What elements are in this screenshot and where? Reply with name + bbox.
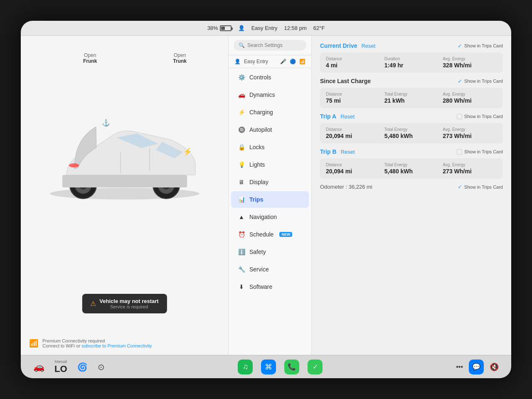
search-icon: 🔍 [239,42,245,48]
trip-b-show-trips: Show in Trips Card [457,149,503,155]
temp-control[interactable]: Manual LO [54,360,67,374]
display-icon: 🖥 [238,179,245,185]
signal-icon: 📶 [299,59,305,64]
locks-label: Locks [249,144,265,150]
menu-item-navigation[interactable]: ▲ Navigation [231,209,309,225]
status-temperature: 62°F [313,25,325,31]
bluetooth-icon: 🔵 [290,59,296,64]
middle-panel: 🔍 👤 Easy Entry 🎤 🔵 📶 ⚙️ Controls � [229,36,312,355]
svg-rect-7 [62,175,187,187]
status-time: 12:58 pm [284,25,307,31]
current-drive-reset[interactable]: Reset [361,43,375,49]
since-last-charge-show-trips: ✓ Show in Trips Card [458,78,503,84]
odometer-text: Odometer : 36,226 mi [320,184,372,190]
left-panel: Open Frunk Open Trunk [21,36,229,355]
warning-icon: ⚠ [90,300,96,308]
slc-avg-energy: Avg. Energy 280 Wh/mi [443,92,497,104]
current-drive-header: Current Drive Reset ✓ Show in Trips Card [320,42,503,49]
status-profile: Easy Entry [251,25,278,31]
menu-item-safety[interactable]: ℹ️ Safety [231,244,309,260]
slc-total-energy: Total Energy 21 kWh [384,92,439,104]
search-area: 🔍 [229,36,311,55]
odometer-row: Odometer : 36,226 mi ✓ Show in Trips Car… [320,184,503,190]
battery-indicator: 38% [207,25,232,31]
fan-icon[interactable]: 🌀 [77,362,88,372]
menu-item-trips[interactable]: 📊 Trips [231,191,309,208]
menu-item-autopilot[interactable]: 🔘 Autopilot [231,121,309,138]
menu-item-dynamics[interactable]: 🚗 Dynamics [231,86,309,103]
display-label: Display [249,179,268,185]
status-bar: 38% 👤 Easy Entry 12:58 pm 62°F [21,21,511,36]
profile-icon-menu: 👤 [234,59,241,64]
trip-b-card: Distance 20,094 mi Total Energy 5,480 kW… [320,158,503,179]
menu-item-service[interactable]: 🔧 Service [231,261,309,278]
odometer-show-trips: ✓ Show in Trips Card [458,184,503,190]
trip-a-header: Trip A Reset Show in Trips Card [320,113,503,120]
charging-icon: ⚡ [238,109,245,116]
taskbar-left: 🚗 Manual LO 🌀 ⊙ [33,360,105,374]
dynamics-icon: 🚗 [238,91,245,98]
search-input[interactable] [247,42,301,48]
menu-item-controls[interactable]: ⚙️ Controls [231,69,309,86]
software-label: Software [249,283,272,290]
autopilot-label: Autopilot [249,126,272,133]
warning-banner: ⚠ Vehicle may not restart Service is req… [82,294,167,313]
search-wrapper[interactable]: 🔍 [234,40,306,51]
more-button[interactable]: ••• [456,363,463,371]
current-drive-duration: Duration 1:49 hr [384,57,439,69]
car-icon-taskbar[interactable]: 🚗 [33,362,44,372]
software-icon: ⬇ [238,283,245,290]
connectivity-text: Premium Connectivity required [42,338,152,343]
frunk-button[interactable]: Open Frunk [83,52,97,64]
schedule-icon: ⏰ [238,231,245,238]
controls-label: Controls [249,74,271,81]
tesla-screen: 38% 👤 Easy Entry 12:58 pm 62°F Open Frun… [21,21,511,378]
right-panel: Current Drive Reset ✓ Show in Trips Card… [312,36,511,355]
navigation-label: Navigation [249,214,277,220]
menu-item-locks[interactable]: 🔒 Locks [231,139,309,155]
phone-app[interactable]: 📞 [284,360,299,374]
dynamics-label: Dynamics [249,91,275,98]
connectivity-subtext: Connect to WiFi or subscribe to Premium … [42,343,152,348]
trip-b-reset[interactable]: Reset [341,149,355,155]
profile-icon: 👤 [238,25,245,31]
car-svg: ⚡ ⚓ [37,94,212,202]
battery-percentage: 38% [207,25,218,31]
taskbar-right: ••• 💬 🔇 [456,360,499,374]
svg-point-10 [69,163,79,167]
lights-icon: 💡 [238,161,245,168]
menu-item-software[interactable]: ⬇ Software [231,278,309,295]
current-drive-card: Distance 4 mi Duration 1:49 hr Avg. Ener… [320,52,503,73]
trip-b-header: Trip B Reset Show in Trips Card [320,148,503,155]
since-last-charge-header: Since Last Charge ✓ Show in Trips Card [320,78,503,84]
slc-distance: Distance 75 mi [326,92,380,104]
menu-item-charging[interactable]: ⚡ Charging [231,104,309,121]
taskbar: 🚗 Manual LO 🌀 ⊙ ♫ ⌘ 📞 ✓ ••• [21,355,511,378]
trips-icon: 📊 [238,196,245,203]
connectivity-link[interactable]: subscribe to Premium Connectivity [81,343,152,348]
bluetooth-app[interactable]: ⌘ [261,360,276,374]
locks-icon: 🔒 [238,144,245,150]
menu-list: ⚙️ Controls 🚗 Dynamics ⚡ Charging 🔘 Auto… [229,68,311,355]
menu-item-display[interactable]: 🖥 Display [231,174,309,190]
check-app[interactable]: ✓ [308,360,323,374]
mic-icon: 🎤 [280,59,286,64]
trip-a-reset[interactable]: Reset [340,113,355,120]
connectivity-icon: 📶 [29,339,38,348]
steering-icon[interactable]: ⊙ [98,362,105,372]
menu-item-lights[interactable]: 💡 Lights [231,156,309,173]
charging-label: Charging [249,109,273,116]
volume-icon[interactable]: 🔇 [490,362,499,372]
battery-icon [220,25,232,31]
menu-item-schedule[interactable]: ⏰ Schedule NEW [231,226,309,243]
schedule-badge: NEW [279,232,292,237]
spotify-app[interactable]: ♫ [238,360,253,374]
trip-a-show-trips: Show in Trips Card [457,114,503,119]
since-last-charge-card: Distance 75 mi Total Energy 21 kWh Avg. … [320,88,503,108]
lights-label: Lights [249,161,265,168]
chat-app[interactable]: 💬 [469,360,484,374]
trunk-button[interactable]: Open Trunk [173,52,187,64]
trip-a-distance: Distance 20,094 mi [326,127,380,139]
current-drive-distance: Distance 4 mi [326,57,380,69]
service-icon: 🔧 [238,266,245,273]
